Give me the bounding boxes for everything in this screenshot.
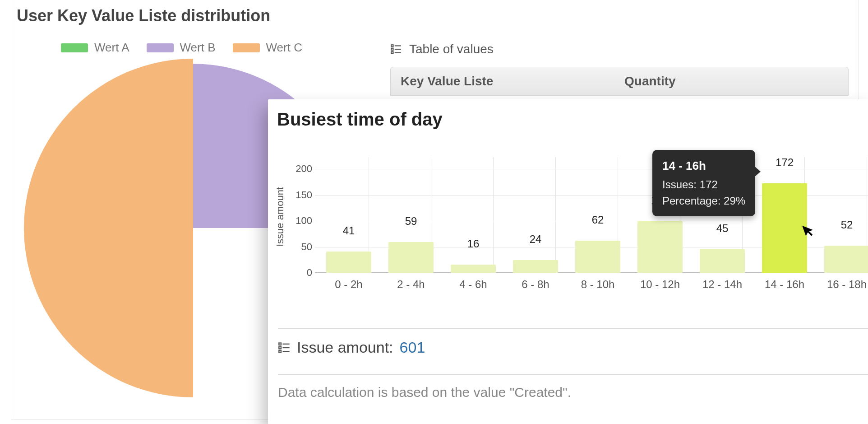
bar-2-4h[interactable] — [388, 242, 434, 273]
bar-8-10h[interactable] — [575, 241, 620, 273]
bar-value-label: 52 — [824, 219, 868, 231]
svg-rect-2 — [391, 48, 393, 50]
bar-panel: Busiest time of day Issue amount 0501001… — [268, 99, 868, 424]
x-tick-label: 8 - 10h — [568, 278, 627, 291]
bar-value-label: 45 — [700, 222, 745, 235]
legend-swatch-b — [147, 43, 174, 52]
x-tick-label: 16 - 18h — [817, 278, 868, 291]
legend-swatch-a — [61, 43, 88, 52]
gridline-v — [493, 157, 494, 273]
legend-swatch-c — [233, 43, 260, 52]
issue-amount-summary[interactable]: Issue amount: 601 — [278, 328, 868, 356]
tooltip-line-issues: Issues: 172 — [662, 177, 745, 193]
bar-14-16h[interactable] — [762, 183, 807, 273]
x-tick-label: 12 - 14h — [693, 278, 752, 291]
y-tick-label: 200 — [287, 163, 312, 175]
svg-rect-4 — [391, 51, 393, 53]
bar-chart-title: Busiest time of day — [277, 109, 443, 130]
list-icon — [390, 43, 402, 55]
legend-item-wert-c[interactable]: Wert C — [233, 41, 302, 55]
issue-amount-label: Issue amount: — [297, 339, 393, 356]
bar-6-8h[interactable] — [513, 260, 558, 273]
pie-legend: Wert A Wert B Wert C — [61, 41, 302, 55]
bar-value-label: 16 — [451, 238, 496, 250]
bar-value-label: 24 — [513, 233, 558, 246]
table-of-values-header[interactable]: Table of values — [390, 42, 494, 56]
y-tick-label: 0 — [287, 267, 312, 279]
tooltip-line-percentage: Percentage: 29% — [662, 193, 745, 209]
pie-chart-title: User Key Value Liste distribution — [17, 6, 270, 25]
x-tick-label: 0 - 2h — [319, 278, 378, 291]
bar-chart-plot[interactable]: 050100150200410 - 2h592 - 4h164 - 6h246 … — [315, 157, 868, 273]
list-icon — [278, 341, 291, 354]
svg-rect-0 — [391, 45, 393, 47]
table-of-values-label: Table of values — [409, 42, 494, 56]
svg-rect-6 — [279, 343, 281, 345]
legend-label-a: Wert A — [94, 41, 129, 55]
bar-value-label: 172 — [762, 156, 807, 169]
x-tick-label: 2 - 4h — [382, 278, 440, 291]
bar-y-axis-label: Issue amount — [274, 157, 286, 217]
y-tick-label: 100 — [287, 215, 312, 227]
svg-rect-8 — [279, 346, 281, 349]
bar-tooltip: 14 - 16h Issues: 172 Percentage: 29% — [652, 150, 755, 216]
legend-item-wert-a[interactable]: Wert A — [61, 41, 129, 55]
legend-item-wert-b[interactable]: Wert B — [147, 41, 216, 55]
y-tick-label: 150 — [287, 189, 312, 201]
issue-amount-value: 601 — [400, 339, 425, 356]
x-tick-label: 4 - 6h — [444, 278, 503, 291]
bar-value-label: 59 — [388, 215, 434, 228]
legend-label-c: Wert C — [266, 41, 302, 55]
gridline-v — [555, 157, 556, 273]
tooltip-title: 14 - 16h — [662, 157, 745, 175]
legend-label-b: Wert B — [180, 41, 216, 55]
values-table-header: Key Value Liste Quantity — [390, 67, 849, 96]
y-tick-label: 50 — [287, 241, 312, 253]
bar-value-label: 62 — [575, 214, 620, 226]
bar-4-6h[interactable] — [451, 265, 496, 273]
bar-value-label: 41 — [326, 224, 371, 237]
x-tick-label: 10 - 12h — [631, 278, 689, 291]
bar-10-12h[interactable] — [637, 221, 683, 273]
table-header-col2[interactable]: Quantity — [624, 74, 848, 89]
table-header-col1[interactable]: Key Value Liste — [391, 74, 624, 89]
bar-footer-note: Data calculation is based on the value "… — [278, 374, 868, 400]
x-tick-label: 14 - 16h — [755, 278, 814, 291]
bar-0-2h[interactable] — [326, 252, 371, 273]
bar-16-18h[interactable] — [824, 246, 868, 273]
x-tick-label: 6 - 8h — [506, 278, 565, 291]
bar-12-14h[interactable] — [700, 249, 745, 273]
svg-rect-10 — [279, 350, 281, 352]
